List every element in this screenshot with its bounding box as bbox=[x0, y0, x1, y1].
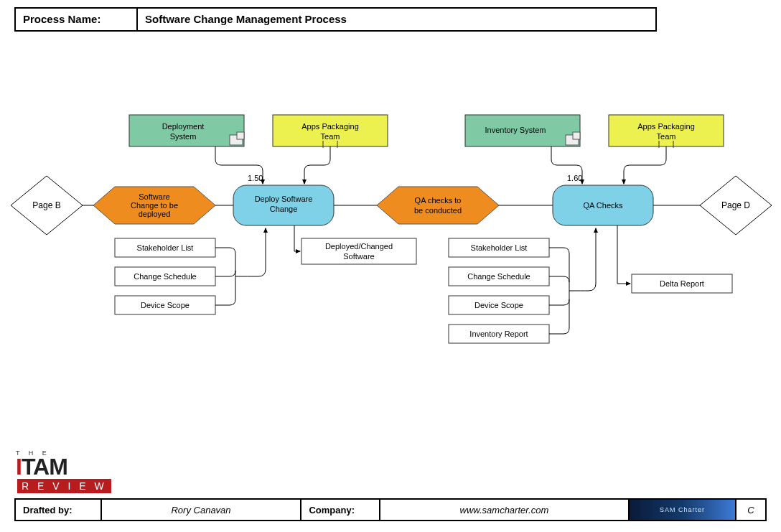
footer-company-label: Company: bbox=[301, 500, 380, 520]
hex-software-change-deployed: Software Change to be deployed bbox=[93, 187, 215, 224]
svg-text:Deployed/Changed: Deployed/Changed bbox=[325, 242, 393, 251]
input-change-schedule-left: Change Schedule bbox=[115, 267, 215, 286]
apps-packaging-team-1-box: Apps Packaging Team bbox=[273, 115, 388, 148]
svg-text:deployed: deployed bbox=[139, 210, 171, 218]
hex-qa-checks-conducted: QA checks to be conducted bbox=[377, 187, 499, 224]
step-deploy-software-change: 1.50 Deploy Software Change bbox=[233, 174, 334, 225]
svg-text:Inventory Report: Inventory Report bbox=[469, 330, 528, 338]
deployment-system-box: Deployment System bbox=[129, 115, 244, 146]
svg-text:Deploy Software: Deploy Software bbox=[255, 195, 313, 203]
svg-rect-19 bbox=[129, 115, 244, 146]
svg-text:Team: Team bbox=[321, 132, 340, 141]
svg-text:be conducted: be conducted bbox=[414, 206, 462, 215]
svg-text:Change: Change bbox=[270, 205, 298, 213]
svg-text:1.50: 1.50 bbox=[248, 174, 263, 182]
footer-drafted-value: Rory Canavan bbox=[102, 500, 302, 520]
svg-text:Team: Team bbox=[657, 132, 676, 141]
svg-text:Software: Software bbox=[139, 192, 169, 201]
apps-packaging-team-2-box: Apps Packaging Team bbox=[609, 115, 724, 148]
svg-text:1.60: 1.60 bbox=[567, 174, 582, 182]
svg-rect-32 bbox=[573, 132, 580, 139]
svg-text:Device Scope: Device Scope bbox=[474, 301, 523, 309]
svg-text:Software: Software bbox=[343, 252, 374, 261]
input-device-scope-left: Device Scope bbox=[115, 296, 215, 314]
svg-text:Stakeholder List: Stakeholder List bbox=[471, 243, 528, 252]
input-device-scope-right: Device Scope bbox=[449, 296, 549, 314]
footer-company-value: www.samcharter.com bbox=[380, 500, 630, 520]
input-stakeholder-list-left: Stakeholder List bbox=[115, 238, 215, 257]
footer-page: C bbox=[736, 500, 765, 520]
svg-text:Page D: Page D bbox=[721, 200, 750, 210]
svg-rect-23 bbox=[237, 132, 244, 139]
footer-drafted-label: Drafted by: bbox=[16, 500, 102, 520]
svg-text:Page B: Page B bbox=[32, 200, 60, 210]
page-d-connector: Page D bbox=[700, 176, 772, 235]
svg-text:System: System bbox=[170, 132, 197, 141]
itam-review-logo: T H E ITAM R E V I E W bbox=[16, 449, 138, 493]
svg-text:Apps Packaging: Apps Packaging bbox=[637, 122, 695, 131]
svg-text:Device Scope: Device Scope bbox=[141, 301, 190, 309]
svg-text:Change Schedule: Change Schedule bbox=[467, 272, 530, 281]
svg-text:QA checks to: QA checks to bbox=[415, 196, 462, 205]
output-deployed-changed-software: Deployed/Changed Software bbox=[301, 238, 416, 264]
svg-text:Inventory System: Inventory System bbox=[485, 126, 546, 134]
svg-text:QA Checks: QA Checks bbox=[583, 201, 623, 210]
svg-text:Apps Packaging: Apps Packaging bbox=[301, 122, 359, 131]
svg-text:Stakeholder List: Stakeholder List bbox=[137, 243, 194, 252]
svg-rect-33 bbox=[609, 115, 724, 146]
input-stakeholder-list-right: Stakeholder List bbox=[449, 238, 549, 257]
svg-text:Change Schedule: Change Schedule bbox=[134, 272, 196, 281]
svg-rect-24 bbox=[273, 115, 388, 146]
footer-sam-charter-logo: SAM Charter bbox=[630, 500, 736, 520]
svg-text:Deployment: Deployment bbox=[162, 122, 205, 131]
page-b-connector: Page B bbox=[11, 176, 83, 235]
inventory-system-box: Inventory System bbox=[465, 115, 580, 146]
input-change-schedule-right: Change Schedule bbox=[449, 267, 549, 286]
svg-marker-13 bbox=[377, 187, 499, 224]
footer-bar: Drafted by: Rory Canavan Company: www.sa… bbox=[14, 498, 767, 521]
output-delta-report: Delta Report bbox=[632, 274, 732, 293]
step-qa-checks: 1.60 QA Checks bbox=[553, 174, 653, 225]
svg-text:Change to be: Change to be bbox=[131, 201, 178, 210]
svg-text:Delta Report: Delta Report bbox=[660, 279, 704, 288]
input-inventory-report-right: Inventory Report bbox=[449, 325, 549, 343]
